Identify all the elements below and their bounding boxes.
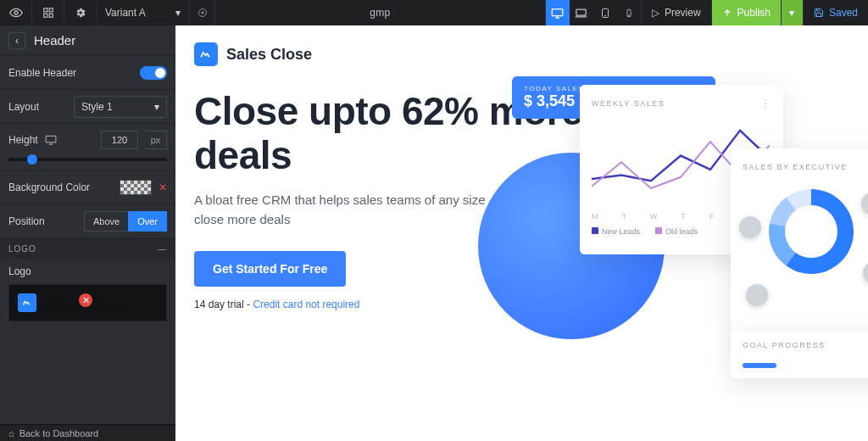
home-icon: ⌂ xyxy=(8,428,14,438)
avatar xyxy=(863,262,868,284)
variant-select[interactable]: Variant A ▾ xyxy=(97,0,190,25)
preview-button[interactable]: ▷ Preview xyxy=(641,0,711,25)
properties-panel: ‹ Header Enable Header Layout Style 1 ▾ … xyxy=(0,25,175,441)
bgcolor-swatch[interactable] xyxy=(120,180,152,195)
hero-mockup: WEEKLY SALES ⋮ MTWTFSS New Leads Old lea… xyxy=(512,76,868,441)
panel-footer[interactable]: ⌂ Back to Dashboard xyxy=(0,424,175,441)
svg-rect-1 xyxy=(43,8,47,12)
publish-button[interactable]: Publish xyxy=(711,0,781,25)
goal-label: GOAL PROGRESS xyxy=(743,341,826,354)
brand-logo-icon xyxy=(194,42,218,66)
chevron-left-icon: ‹ xyxy=(15,35,19,47)
height-input[interactable]: 120 xyxy=(101,131,138,149)
variant-label: Variant A xyxy=(105,7,146,19)
saved-label: Saved xyxy=(829,7,858,19)
bgcolor-label: Background Color xyxy=(8,181,90,193)
logo-badge-icon xyxy=(18,293,36,312)
today-value: $ 3,545 xyxy=(524,92,584,110)
logo-preview[interactable]: Sales Close ✕ xyxy=(8,284,167,321)
svg-rect-2 xyxy=(49,8,53,12)
site-header[interactable]: Sales Close xyxy=(175,25,868,66)
cta-button[interactable]: Get Started For Free xyxy=(194,251,346,287)
add-variant-button[interactable] xyxy=(190,0,215,25)
save-icon xyxy=(814,8,824,18)
layout-select[interactable]: Style 1 ▾ xyxy=(74,96,167,118)
svg-rect-7 xyxy=(576,9,586,15)
svg-rect-4 xyxy=(49,14,53,17)
page-title: gmp xyxy=(215,7,545,19)
position-label: Position xyxy=(8,215,45,227)
enable-header-toggle[interactable] xyxy=(140,66,167,80)
device-laptop-icon[interactable] xyxy=(570,0,593,25)
slider-thumb[interactable] xyxy=(27,154,37,165)
publish-dropdown[interactable]: ▾ xyxy=(781,0,803,25)
trial-link[interactable]: Credit card not required xyxy=(253,299,359,310)
brand-name: Sales Close xyxy=(226,46,312,64)
layout-label: Layout xyxy=(8,101,39,113)
panel-back-button[interactable]: ‹ xyxy=(8,32,25,49)
svg-rect-6 xyxy=(553,8,564,15)
legend-old: Old leads xyxy=(665,227,698,236)
weekly-label: WEEKLY SALES xyxy=(592,99,665,108)
height-slider[interactable] xyxy=(8,158,167,161)
avatar xyxy=(739,216,761,238)
hero-subtext[interactable]: A bloat free CRM that helps sales teams … xyxy=(194,191,491,229)
position-segment: Above Over xyxy=(84,211,167,232)
position-over[interactable]: Over xyxy=(128,211,167,232)
canvas[interactable]: Sales Close Close upto 62% more deals A … xyxy=(175,25,868,441)
play-icon: ▷ xyxy=(652,7,659,19)
svg-rect-3 xyxy=(43,14,47,17)
logo-label: Logo xyxy=(8,265,167,277)
chevron-down-icon: ▾ xyxy=(154,101,159,113)
goal-progress-card: GOAL PROGRESS ⋮ xyxy=(731,331,868,378)
device-tablet-icon[interactable] xyxy=(593,0,617,25)
device-desktop-icon[interactable] xyxy=(546,0,570,25)
device-desktop-icon xyxy=(45,134,57,146)
more-icon: ⋮ xyxy=(760,97,771,110)
legend-new: New Leads xyxy=(602,227,640,236)
grid-icon[interactable] xyxy=(32,0,64,25)
svg-point-11 xyxy=(629,14,630,15)
logo-delete-icon[interactable]: ✕ xyxy=(79,293,92,307)
section-logo-header[interactable]: LOGO — xyxy=(0,238,175,259)
panel-title: Header xyxy=(34,33,75,47)
exec-label: SALES BY EXECUTIVE xyxy=(743,163,848,171)
settings-gear-icon[interactable] xyxy=(64,0,97,25)
sales-by-executive-card: SALES BY EXECUTIVE ⋮ xyxy=(731,148,868,335)
preview-label: Preview xyxy=(665,7,701,19)
exec-donut-chart xyxy=(769,189,854,274)
svg-rect-12 xyxy=(46,136,56,142)
device-mobile-icon[interactable] xyxy=(617,0,641,25)
enable-header-label: Enable Header xyxy=(8,67,76,79)
avatar xyxy=(861,193,868,215)
trial-prefix: 14 day trial - xyxy=(194,299,253,310)
position-above[interactable]: Above xyxy=(84,211,128,232)
device-switcher xyxy=(545,0,641,25)
upload-icon xyxy=(722,8,732,18)
layout-value: Style 1 xyxy=(81,101,113,113)
saved-indicator[interactable]: Saved xyxy=(803,0,868,25)
topbar: Variant A ▾ gmp ▷ Preview Publish ▾ Save… xyxy=(0,0,868,25)
goal-bar xyxy=(743,363,776,368)
today-label: TODAY SALES xyxy=(524,85,584,92)
chevron-down-icon: ▾ xyxy=(175,7,181,19)
back-to-dashboard-label: Back to Dashboard xyxy=(19,428,99,438)
svg-point-9 xyxy=(604,15,605,16)
collapse-icon: — xyxy=(158,244,167,254)
chevron-down-icon: ▾ xyxy=(789,7,794,19)
bgcolor-clear-icon[interactable]: ✕ xyxy=(159,181,167,193)
avatar xyxy=(746,284,768,306)
publish-label: Publish xyxy=(737,7,771,19)
svg-point-0 xyxy=(14,11,18,14)
height-label: Height xyxy=(8,134,38,146)
section-logo-label: LOGO xyxy=(8,244,36,254)
preview-visibility-icon[interactable] xyxy=(0,0,32,25)
height-unit[interactable]: px xyxy=(145,131,167,149)
